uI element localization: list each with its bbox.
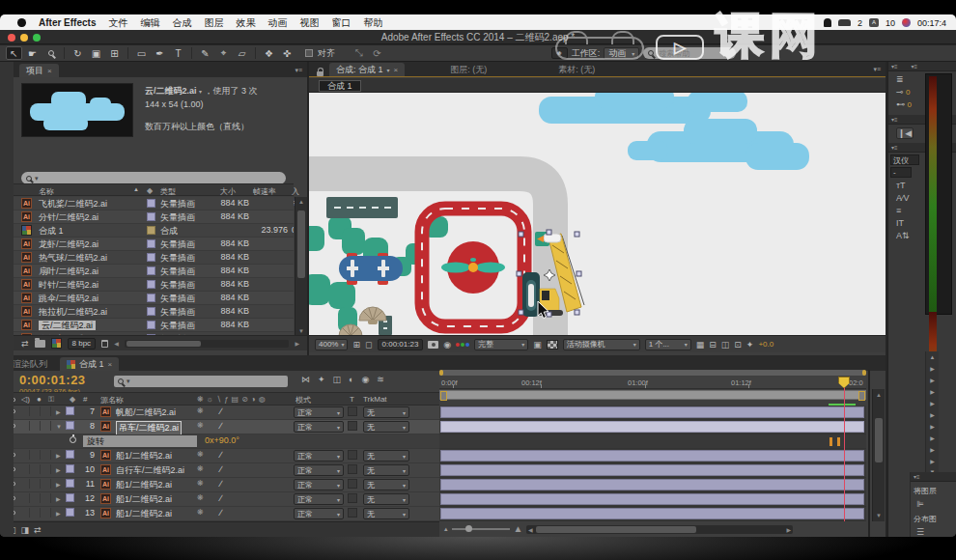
source-name-column[interactable]: 源名称 — [100, 395, 124, 406]
trkmat-select[interactable]: 无▾ — [363, 508, 409, 519]
trkmat-toggle[interactable] — [348, 508, 357, 518]
tab-project[interactable]: 项目× — [19, 64, 59, 77]
composition-mini-flowchart-icon[interactable]: ⋈ — [301, 375, 310, 384]
align-left-icon[interactable]: ⊫ — [916, 499, 951, 509]
lock-icon[interactable] — [317, 71, 323, 76]
view-layout-select[interactable]: 1 个...▾ — [645, 339, 691, 350]
trkmat-toggle[interactable] — [348, 493, 357, 503]
menubar-item[interactable]: 文件 — [108, 16, 127, 30]
layer-name[interactable]: 帆船/二维码2.ai — [116, 406, 176, 419]
collapse-switch-icon[interactable]: ❋ — [197, 464, 204, 473]
av-feature-boxes[interactable] — [19, 450, 51, 462]
stopwatch-icon[interactable] — [70, 435, 76, 445]
trkmat-select[interactable]: 无▾ — [363, 479, 409, 490]
layer-color-swatch[interactable] — [66, 406, 74, 417]
resolution-select[interactable]: 完整▾ — [474, 339, 528, 350]
trkmat-toggle[interactable] — [348, 479, 357, 489]
project-item-row[interactable]: Ai 龙虾/二维码2.ai 矢量插画 884 KB — [14, 238, 294, 251]
hand-tool[interactable]: ☛ — [24, 46, 41, 60]
label-color-swatch[interactable] — [147, 199, 155, 208]
expand-arrow-icon[interactable] — [56, 479, 61, 489]
av-feature-boxes[interactable] — [19, 421, 51, 433]
magnification-select[interactable]: 400%▾ — [315, 339, 348, 350]
text-tool[interactable]: T — [170, 46, 186, 60]
quality-switch-icon[interactable]: ∕ — [220, 508, 222, 518]
project-item-row[interactable]: Ai 合成 1 合成 23.976 0: — [14, 224, 294, 238]
help-search-box[interactable] — [643, 47, 736, 59]
collapse-switch-icon[interactable]: ❋ — [197, 421, 204, 430]
brush-tool[interactable]: ✎ — [197, 46, 213, 60]
scroll-left-icon[interactable]: ◀ — [114, 340, 119, 347]
column-type[interactable]: 类型 — [160, 186, 176, 197]
new-folder-icon[interactable] — [35, 340, 45, 348]
notification-icon[interactable] — [824, 18, 831, 27]
work-area-bar[interactable] — [439, 390, 866, 400]
search-options-icon[interactable]: ▾ — [35, 175, 39, 182]
composition-canvas[interactable] — [309, 93, 886, 335]
layer-duration-bar[interactable] — [439, 478, 866, 492]
shape-tool[interactable]: ▭ — [133, 46, 150, 60]
timeline-search-box[interactable]: ▾ — [114, 376, 288, 387]
column-fps[interactable]: 帧速率 — [253, 186, 276, 197]
collapse-switch-icon[interactable]: ❋ — [197, 406, 204, 415]
help-search-input[interactable] — [657, 48, 724, 59]
brainstorm-icon[interactable]: ◉ — [362, 375, 370, 384]
shy-layers-icon[interactable]: ✦ — [318, 375, 325, 384]
layer-duration-bar[interactable] — [439, 420, 866, 434]
timeline-zoom-control[interactable]: ▴ ▲ — [444, 523, 522, 534]
frame-blending-icon[interactable]: ◫ — [333, 375, 342, 384]
roto-brush-tool[interactable]: ❖ — [261, 46, 277, 60]
exposure-value[interactable]: +0.0 — [758, 340, 773, 349]
expand-arrow-icon[interactable] — [56, 406, 61, 416]
project-horizontal-scrollbar[interactable] — [125, 340, 290, 348]
project-item-row[interactable]: Ai 时针/二维码2.ai 矢量插画 884 KB — [14, 278, 294, 292]
show-snapshot-icon[interactable]: ◉ — [443, 340, 451, 350]
timeline-layer-row[interactable]: Ai ❋ ∕ ▾ ▾ 旋转 0x+90.0° — [0, 434, 439, 449]
blend-mode-select[interactable]: 正常▾ — [294, 406, 344, 418]
collapse-switch-icon[interactable]: ❋ — [197, 508, 204, 517]
eraser-tool[interactable]: ▱ — [234, 46, 250, 60]
timeline-layer-row[interactable]: 7 Ai 帆船/二维码2.ai ❋ ∕ 正常▾ 无▾ — [0, 406, 439, 420]
input-source-icon[interactable]: A — [869, 18, 879, 27]
project-item-row[interactable]: Ai 分针/二维码2.ai 矢量插画 884 KB — [14, 210, 294, 224]
trkmat-toggle[interactable] — [348, 450, 357, 460]
label-color-swatch[interactable] — [147, 253, 155, 262]
grid-guides-icon[interactable]: ⊞ — [352, 340, 360, 350]
trkmat-t-column[interactable]: T — [350, 395, 354, 404]
label-color-swatch[interactable] — [147, 294, 155, 302]
av-feature-boxes[interactable] — [19, 406, 51, 418]
label-color-swatch[interactable] — [147, 307, 155, 316]
quality-switch-icon[interactable]: ∕ — [220, 493, 222, 503]
clone-stamp-tool[interactable]: ⌖ — [215, 46, 232, 60]
project-item-row[interactable]: Ai 云/二维码2.ai 矢量插画 884 KB — [14, 319, 294, 332]
project-item-row[interactable]: Ai 热气球/二维码2.ai 矢量插画 884 KB — [14, 251, 294, 265]
search-options-icon[interactable]: ▾ — [127, 378, 130, 385]
camera-select[interactable]: 活动摄像机▾ — [563, 339, 640, 350]
workspace-select[interactable]: 动画▾ — [604, 47, 639, 60]
time-navigator[interactable] — [439, 370, 866, 376]
quality-switch-icon[interactable]: ∕ — [220, 421, 222, 431]
rotate-tool[interactable]: ↻ — [70, 46, 86, 60]
new-composition-icon[interactable] — [51, 338, 62, 349]
trkmat-toggle[interactable] — [348, 421, 357, 431]
av-feature-boxes[interactable] — [19, 508, 51, 519]
sync-settings-icon[interactable]: ⚭ — [551, 47, 568, 59]
av-feature-boxes[interactable] — [19, 464, 51, 476]
expand-arrow-icon[interactable] — [56, 508, 61, 518]
selection-tool[interactable]: ↖ — [6, 46, 22, 60]
menubar-item[interactable]: 窗口 — [331, 16, 351, 30]
quality-switch-icon[interactable]: ∕ — [220, 464, 222, 474]
label-color-swatch[interactable] — [147, 239, 155, 248]
timeline-layer-row[interactable]: 8 Ai 吊车/二维码2.ai ❋ ∕ 正常▾ 无▾ — [0, 420, 439, 434]
zoom-tool[interactable] — [42, 46, 59, 60]
scroll-right-icon[interactable]: ▶ — [295, 340, 299, 347]
timeline-vertical-scrollbar[interactable]: ▲ ▼ — [872, 389, 885, 521]
interpret-footage-icon[interactable]: ⇄ — [21, 339, 29, 349]
composition-chip[interactable]: 合成 1 — [319, 80, 361, 92]
av-feature-boxes[interactable] — [19, 479, 51, 490]
collapse-switch-icon[interactable]: ❋ — [197, 493, 204, 502]
layer-duration-bar[interactable] — [439, 434, 866, 449]
timeline-layer-row[interactable]: 12 Ai 船1/二维码2.ai ❋ ∕ 正常▾ 无▾ — [0, 492, 439, 507]
flowchart-icon[interactable]: ⊡ — [734, 340, 742, 350]
menubar-item[interactable]: 图层 — [204, 16, 223, 30]
